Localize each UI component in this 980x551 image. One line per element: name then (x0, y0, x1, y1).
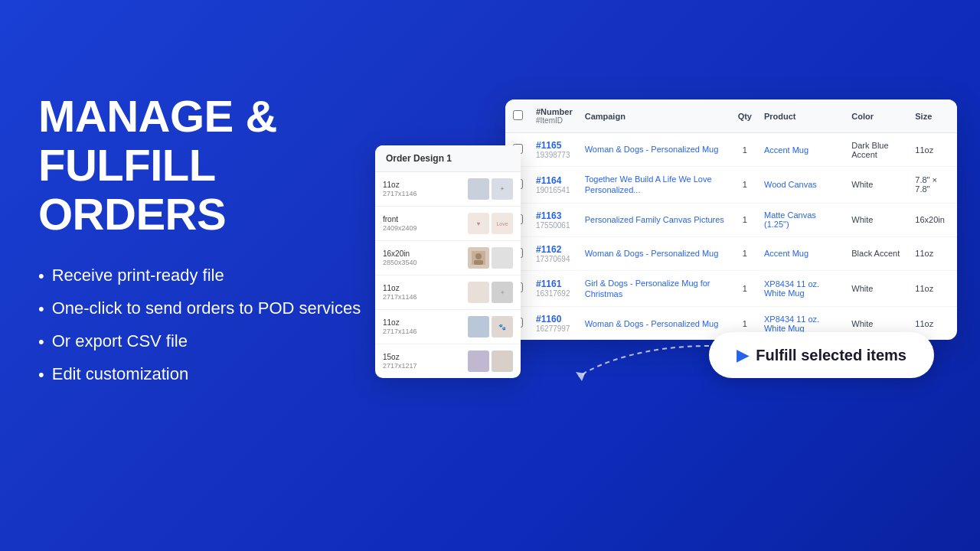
fulfill-btn-container: ▶ Fulfill selected items (709, 332, 934, 378)
header-size: Size (909, 99, 957, 133)
row-campaign-3: Woman & Dogs - Personalized Mug (579, 236, 732, 270)
fulfill-icon: ▶ (737, 346, 748, 364)
table-row: #1163 17550061 Personalized Family Canva… (505, 203, 957, 236)
row-qty-0: 1 (732, 133, 758, 167)
bullet-item-1: Receive print-ready file (38, 266, 406, 286)
row-size-1: 7.8" × 7.8" (909, 167, 957, 204)
row-campaign-2: Personalized Family Canvas Pictures (579, 203, 732, 236)
table-row: #1161 16317692 Girl & Dogs - Personalize… (505, 270, 957, 307)
row-campaign-0: Woman & Dogs - Personalized Mug (579, 133, 732, 167)
fulfill-label: Fulfill selected items (756, 347, 906, 364)
svg-marker-3 (576, 372, 585, 381)
bullet-item-3: Or export CSV file (38, 331, 406, 352)
bullet-item-2: One-click to send orders to POD services (38, 298, 406, 319)
row-qty-4: 1 (732, 270, 758, 307)
row-number-3: #1162 17370694 (530, 236, 579, 270)
row-product-0: Accent Mug (758, 133, 845, 167)
row-product-4: XP8434 11 oz. White Mug (758, 270, 845, 307)
bullet-list: Receive print-ready file One-click to se… (38, 266, 406, 385)
order-design-row-1: 11oz 2717x1146 ✦ (375, 172, 521, 207)
table-row: #1164 19016541 Together We Build A Life … (505, 167, 957, 204)
orders-table: #Number #ItemID Campaign Qty Product Col… (505, 99, 957, 340)
row-number-0: #1165 19398773 (530, 133, 579, 167)
order-design-header: Order Design 1 (375, 145, 521, 172)
select-all-checkbox[interactable] (513, 110, 523, 120)
order-design-row-4: 11oz 2717x1146 ✦ (375, 276, 521, 310)
order-design-row-3: 16x20in 2850x3540 (375, 241, 521, 276)
row-color-0: Dark Blue Accent (845, 133, 909, 167)
dashed-arrow (571, 338, 724, 384)
row-size-3: 11oz (909, 236, 957, 270)
header-checkbox-cell (505, 99, 530, 133)
svg-rect-2 (474, 260, 483, 265)
row-product-3: Accent Mug (758, 236, 845, 270)
fulfill-selected-button[interactable]: ▶ Fulfill selected items (709, 332, 934, 378)
header-campaign: Campaign (579, 99, 732, 133)
header-qty: Qty (732, 99, 758, 133)
row-size-0: 11oz (909, 133, 957, 167)
order-design-card: Order Design 1 11oz 2717x1146 ✦ front 24… (375, 145, 521, 378)
row-size-4: 11oz (909, 270, 957, 307)
left-panel: MANAGE & FULFILL ORDERS Receive print-re… (38, 92, 406, 397)
row-qty-1: 1 (732, 167, 758, 204)
row-number-4: #1161 16317692 (530, 270, 579, 307)
order-design-row-5: 11oz 2717x1146 🐾 (375, 310, 521, 344)
order-design-row-6: 15oz 2717x1217 (375, 344, 521, 378)
header-product: Product (758, 99, 845, 133)
row-campaign-4: Girl & Dogs - Personalize Mug for Christ… (579, 270, 732, 307)
table-row: #1165 19398773 Woman & Dogs - Personaliz… (505, 133, 957, 167)
row-product-2: Matte Canvas (1.25") (758, 203, 845, 236)
row-color-2: White (845, 203, 909, 236)
row-qty-3: 1 (732, 236, 758, 270)
svg-point-1 (475, 253, 482, 259)
row-qty-2: 1 (732, 203, 758, 236)
row-number-5: #1160 16277997 (530, 307, 579, 341)
order-design-row-2: front 2409x2409 ♥ Love (375, 207, 521, 241)
orders-table-wrapper: #Number #ItemID Campaign Qty Product Col… (505, 99, 957, 340)
header-number: #Number #ItemID (530, 99, 579, 133)
row-color-4: White (845, 270, 909, 307)
row-product-1: Wood Canvas (758, 167, 845, 204)
row-size-2: 16x20in (909, 203, 957, 236)
row-number-2: #1163 17550061 (530, 203, 579, 236)
main-title: MANAGE & FULFILL ORDERS (38, 92, 406, 238)
row-campaign-1: Together We Build A Life We Love Persona… (579, 167, 732, 204)
right-panel: Order Design 1 11oz 2717x1146 ✦ front 24… (505, 99, 957, 340)
row-color-1: White (845, 167, 909, 204)
header-color: Color (845, 99, 909, 133)
table-row: #1162 17370694 Woman & Dogs - Personaliz… (505, 236, 957, 270)
row-color-3: Black Accent (845, 236, 909, 270)
row-number-1: #1164 19016541 (530, 167, 579, 204)
bullet-item-4: Edit customization (38, 364, 406, 385)
